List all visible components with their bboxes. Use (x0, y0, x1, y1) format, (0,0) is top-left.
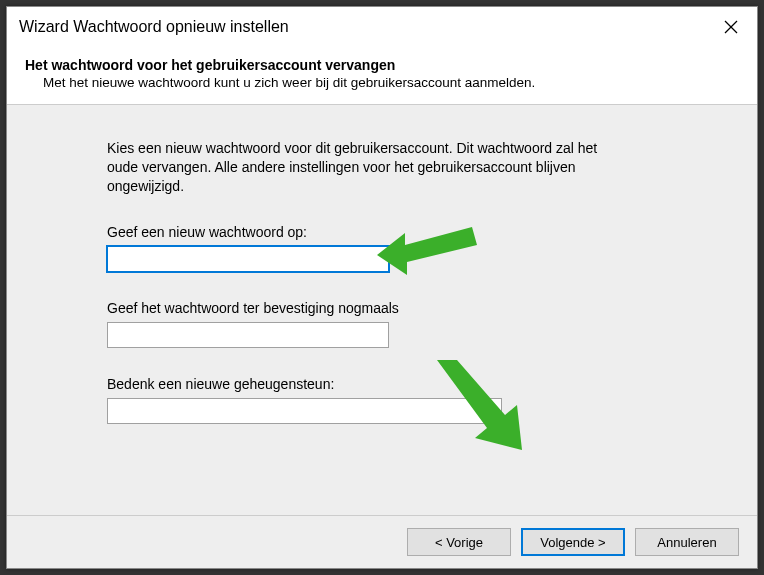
wizard-header: Het wachtwoord voor het gebruikersaccoun… (7, 47, 757, 105)
wizard-body: Kies een nieuw wachtwoord voor dit gebru… (7, 105, 757, 515)
hint-input[interactable] (107, 398, 502, 424)
titlebar: Wizard Wachtwoord opnieuw instellen (7, 7, 757, 47)
dialog-title: Wizard Wachtwoord opnieuw instellen (19, 18, 289, 36)
hint-group: Bedenk een nieuwe geheugensteun: (107, 376, 697, 424)
next-button[interactable]: Volgende > (521, 528, 625, 556)
new-password-label: Geef een nieuw wachtwoord op: (107, 224, 697, 240)
cancel-button[interactable]: Annuleren (635, 528, 739, 556)
confirm-password-label: Geef het wachtwoord ter bevestiging nogm… (107, 300, 697, 316)
hint-label: Bedenk een nieuwe geheugensteun: (107, 376, 697, 392)
header-headline: Het wachtwoord voor het gebruikersaccoun… (25, 57, 739, 73)
header-subtext: Met het nieuwe wachtwoord kunt u zich we… (25, 75, 739, 90)
wizard-footer: < Vorige Volgende > Annuleren (7, 515, 757, 568)
back-button[interactable]: < Vorige (407, 528, 511, 556)
confirm-password-input[interactable] (107, 322, 389, 348)
new-password-group: Geef een nieuw wachtwoord op: (107, 224, 697, 272)
new-password-input[interactable] (107, 246, 389, 272)
wizard-dialog: Wizard Wachtwoord opnieuw instellen Het … (6, 6, 758, 569)
confirm-password-group: Geef het wachtwoord ter bevestiging nogm… (107, 300, 697, 348)
instruction-text: Kies een nieuw wachtwoord voor dit gebru… (107, 139, 627, 196)
close-icon[interactable] (715, 13, 747, 41)
